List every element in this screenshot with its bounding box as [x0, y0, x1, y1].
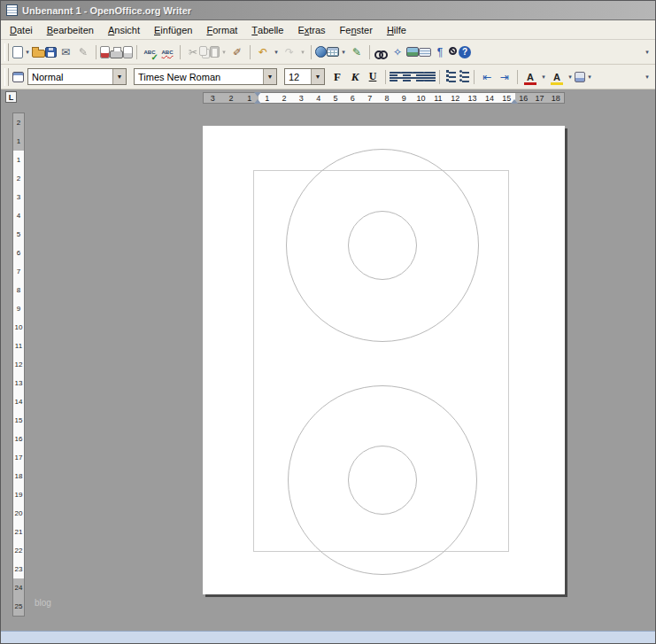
nonprinting-characters-icon[interactable]: ¶	[431, 43, 449, 61]
highlight-dropdown-icon[interactable]: ▾	[566, 68, 575, 86]
toolbar-options-icon[interactable]: ▾	[643, 43, 652, 61]
increase-indent-icon[interactable]: ⇥	[496, 68, 513, 86]
help-icon[interactable]: ?	[459, 46, 471, 58]
vruler-text-area-zone: 1234567891011121314151617181920212223	[13, 151, 24, 578]
font-name-dropdown-icon[interactable]: ▼	[263, 69, 276, 84]
gallery-icon[interactable]	[406, 47, 419, 57]
item	[307, 43, 315, 61]
status-bar	[1, 631, 655, 643]
format-paintbrush-icon[interactable]: ✐	[228, 43, 246, 61]
menu-item-fenster[interactable]: Fenster	[333, 20, 380, 39]
vertical-ruler[interactable]: 21 1234567891011121314151617181920212223…	[12, 113, 25, 617]
paragraph-style-select[interactable]: Normal ▼	[27, 68, 127, 85]
zoom-icon[interactable]	[449, 47, 457, 55]
menu-bar: DateiBearbeitenAnsichtEinfügenFormatTabe…	[1, 20, 655, 40]
find-replace-icon[interactable]	[374, 47, 389, 58]
ruler-number: 11	[429, 94, 446, 103]
align-left-icon[interactable]	[390, 71, 401, 82]
background-color-dropdown-icon[interactable]: ▾	[585, 68, 594, 86]
ruler-number: 9	[13, 299, 24, 318]
formatting-toolbar-buttons: FKU⇤⇥A▾A▾▾▾	[328, 68, 653, 86]
save-icon[interactable]	[45, 47, 57, 58]
menu-item-extras[interactable]: Extras	[290, 20, 332, 39]
title-bar[interactable]: Unbenannt 1 - OpenOffice.org Writer	[1, 1, 655, 20]
align-right-icon[interactable]	[413, 71, 424, 82]
decrease-indent-icon[interactable]: ⇤	[478, 68, 496, 86]
ruler-number: 9	[396, 94, 413, 103]
ruler-number: 14	[481, 94, 498, 103]
ruler-number: 1	[13, 132, 24, 151]
edit-file-icon[interactable]: ✎	[74, 43, 92, 61]
font-size-value: 12	[285, 69, 311, 84]
paragraph-style-dropdown-icon[interactable]: ▼	[112, 69, 126, 84]
numbered-list-icon[interactable]	[444, 71, 457, 82]
item	[470, 68, 478, 86]
redo-icon[interactable]: ↷	[281, 43, 298, 61]
document-as-email-icon[interactable]: ✉	[57, 43, 74, 61]
font-color-icon[interactable]: A	[521, 68, 539, 86]
redo-dropdown-icon[interactable]: ▾	[298, 43, 307, 61]
menu-item-bearbeiten[interactable]: Bearbeiten	[40, 20, 101, 39]
menu-item-hilfe[interactable]: Hilfe	[380, 20, 413, 39]
page-preview-icon[interactable]	[123, 46, 133, 58]
highlight-icon[interactable]: A	[548, 68, 566, 86]
toolbar-grip[interactable]	[4, 43, 9, 61]
hyperlink-icon[interactable]	[315, 46, 327, 58]
bullet-list-icon[interactable]	[457, 71, 470, 82]
undo-icon[interactable]: ↶	[254, 43, 272, 61]
font-size-select[interactable]: 12 ▼	[284, 68, 325, 85]
item	[382, 68, 390, 86]
justify-icon[interactable]	[424, 71, 436, 82]
menu-item-einfuegen[interactable]: Einfügen	[147, 20, 199, 39]
first-line-indent-marker[interactable]	[254, 92, 261, 97]
menu-item-datei[interactable]: Datei	[3, 20, 40, 39]
data-sources-icon[interactable]	[419, 48, 431, 57]
open-icon[interactable]	[32, 50, 45, 58]
styles-formatting-icon[interactable]	[12, 72, 24, 82]
ruler-number: 17	[13, 448, 24, 467]
menu-item-ansicht[interactable]: Ansicht	[101, 20, 147, 39]
ruler-number: 6	[344, 94, 361, 103]
ruler-number: 19	[13, 485, 24, 504]
spellcheck-icon[interactable]: ABC	[141, 43, 158, 61]
auto-spellcheck-icon[interactable]: ABC	[158, 43, 176, 61]
table-dropdown-icon[interactable]: ▾	[339, 43, 348, 61]
ruler-number: 22	[13, 541, 24, 560]
document-page[interactable]	[203, 126, 565, 594]
tab-stop-selector[interactable]: L	[5, 91, 17, 103]
paste-icon[interactable]	[210, 46, 220, 58]
underline-icon[interactable]: U	[364, 68, 382, 86]
new-document-icon[interactable]	[12, 46, 23, 58]
left-indent-marker[interactable]	[254, 99, 261, 104]
font-color-dropdown-icon[interactable]: ▾	[539, 68, 548, 86]
print-icon[interactable]	[110, 50, 123, 58]
undo-dropdown-icon[interactable]: ▾	[272, 43, 281, 61]
right-indent-marker[interactable]	[511, 99, 518, 104]
align-center-icon[interactable]	[401, 71, 413, 82]
ruler-number: 5	[327, 94, 343, 103]
vruler-bottom-margin-zone: 2425	[13, 578, 24, 616]
italic-icon[interactable]: K	[346, 68, 364, 86]
menu-item-format[interactable]: Format	[199, 20, 244, 39]
copy-icon[interactable]	[199, 46, 207, 56]
ruler-number: 18	[13, 467, 24, 485]
vruler-top-margin-zone: 21	[13, 113, 24, 151]
navigator-icon[interactable]: ✧	[389, 43, 406, 61]
toolbar-options-icon[interactable]: ▾	[643, 68, 652, 86]
ruler-left-margin-zone: 321	[204, 93, 259, 103]
export-pdf-icon[interactable]	[100, 46, 110, 58]
ruler-number: 12	[13, 355, 24, 374]
horizontal-ruler[interactable]: 321 123456789101112131415 161718	[203, 92, 565, 104]
background-color-icon[interactable]	[575, 72, 585, 82]
paste-dropdown-icon[interactable]: ▾	[220, 43, 228, 61]
ruler-number: 7	[13, 262, 24, 281]
bold-icon[interactable]: F	[328, 68, 346, 86]
new-document-dropdown-icon[interactable]: ▾	[23, 43, 32, 61]
font-name-select[interactable]: Times New Roman ▼	[134, 68, 277, 85]
draw-functions-icon[interactable]: ✎	[348, 43, 366, 61]
menu-item-tabelle[interactable]: Tabelle	[244, 20, 290, 39]
toolbar-grip[interactable]	[4, 68, 9, 86]
font-size-dropdown-icon[interactable]: ▼	[311, 69, 324, 84]
ruler-number: 8	[13, 281, 24, 299]
table-icon[interactable]	[327, 47, 339, 57]
